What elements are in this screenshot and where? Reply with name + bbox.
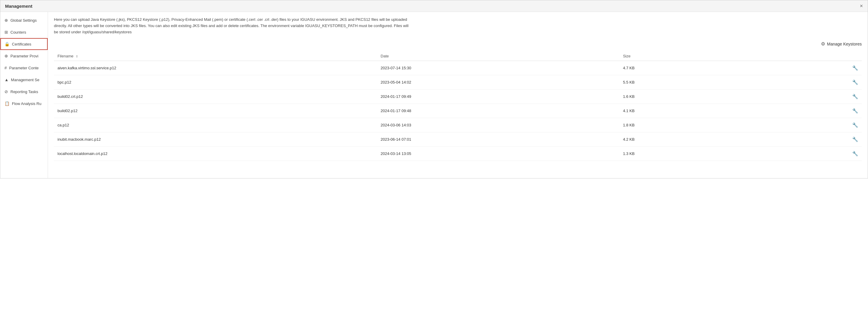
cell-size: 4.1 KB [619,104,781,118]
certificates-icon: 🔒 [4,42,9,46]
sidebar-item-global-settings[interactable]: ⊕ Global Settings [0,14,48,26]
sort-icon: ⇕ [76,55,78,58]
col-header-filename: Filename ⇕ [54,51,377,61]
sidebar-item-management-se[interactable]: ▲ Management Se [0,74,48,86]
sidebar-item-label: Counters [10,30,26,35]
cell-action: 🔧 [781,89,862,104]
sidebar-item-label: Reporting Tasks [10,89,38,94]
dialog-title: Management [5,4,32,9]
cell-filename: ca.p12 [54,118,377,132]
description-text: Here you can upload Java Keystore (.jks)… [54,17,411,35]
parameter-conte-icon: # [4,65,7,70]
close-button[interactable]: × [860,3,863,9]
wrench-button[interactable]: 🔧 [852,94,858,99]
sidebar-item-parameter-conte[interactable]: # Parameter Conte [0,62,48,74]
table-row: inubit.macbook.marc.p12 2023-06-14 07:01… [54,132,862,147]
gear-icon: ⚙ [821,41,825,47]
table-row: aiven.kafka.virtimo.ssl.service.p12 2023… [54,61,862,75]
cell-date: 2024-01-17 09:49 [377,89,620,104]
cell-date: 2024-03-14 13:05 [377,147,620,161]
table-row: localhost.localdomain.crt.p12 2024-03-14… [54,147,862,161]
manage-keystores-label: Manage Keystores [827,42,862,46]
cell-filename: bpc.p12 [54,75,377,89]
col-header-size: Size [619,51,781,61]
col-header-date: Date [377,51,620,61]
sidebar-item-reporting-tasks[interactable]: ⊘ Reporting Tasks [0,86,48,98]
cell-action: 🔧 [781,75,862,89]
wrench-button[interactable]: 🔧 [852,151,858,156]
sidebar-item-label: Management Se [11,78,39,82]
cell-date: 2023-07-14 15:30 [377,61,620,75]
counters-icon: ⊞ [4,30,8,35]
cell-filename: build02.p12 [54,104,377,118]
sidebar-item-counters[interactable]: ⊞ Counters [0,26,48,38]
table-row: build02.p12 2024-01-17 09:48 4.1 KB 🔧 [54,104,862,118]
parameter-provi-icon: ⊕ [4,53,8,58]
cell-action: 🔧 [781,61,862,75]
certificates-table: Filename ⇕ Date Size aiven.kafka.virtimo… [54,51,862,161]
sidebar-item-flow-analysis-ru[interactable]: 📋 Flow Analysis Ru [0,98,48,109]
cell-date: 2024-01-17 09:48 [377,104,620,118]
toolbar: ⚙ Manage Keystores [54,41,862,47]
global-settings-icon: ⊕ [4,18,8,23]
sidebar-item-label: Flow Analysis Ru [12,101,41,106]
cell-filename: build02.crt.p12 [54,89,377,104]
reporting-tasks-icon: ⊘ [4,89,8,94]
management-dialog: Management × ⊕ Global Settings ⊞ Counter… [0,0,868,178]
cell-size: 5.5 KB [619,75,781,89]
table-row: bpc.p12 2023-05-04 14:02 5.5 KB 🔧 [54,75,862,89]
wrench-button[interactable]: 🔧 [852,79,858,85]
dialog-header: Management × [0,0,868,12]
table-header-row: Filename ⇕ Date Size [54,51,862,61]
cell-filename: localhost.localdomain.crt.p12 [54,147,377,161]
flow-analysis-ru-icon: 📋 [4,101,9,106]
cell-filename: inubit.macbook.marc.p12 [54,132,377,147]
sidebar-item-label: Global Settings [10,18,37,23]
table-row: ca.p12 2024-03-06 14:03 1.8 KB 🔧 [54,118,862,132]
table-row: build02.crt.p12 2024-01-17 09:49 1.6 KB … [54,89,862,104]
cell-size: 1.3 KB [619,147,781,161]
wrench-button[interactable]: 🔧 [852,108,858,114]
cell-date: 2024-03-06 14:03 [377,118,620,132]
dialog-body: ⊕ Global Settings ⊞ Counters 🔒 Certifica… [0,12,868,178]
cell-action: 🔧 [781,132,862,147]
sidebar-item-label: Certificates [12,42,31,46]
cell-size: 4.2 KB [619,132,781,147]
cell-filename: aiven.kafka.virtimo.ssl.service.p12 [54,61,377,75]
cell-action: 🔧 [781,104,862,118]
manage-keystores-button[interactable]: ⚙ Manage Keystores [821,41,862,47]
cell-size: 4.7 KB [619,61,781,75]
sidebar-item-parameter-provi[interactable]: ⊕ Parameter Provi [0,50,48,62]
wrench-button[interactable]: 🔧 [852,65,858,71]
cell-date: 2023-05-04 14:02 [377,75,620,89]
sidebar-item-label: Parameter Conte [9,66,39,70]
sidebar-item-label: Parameter Provi [10,54,38,58]
management-se-icon: ▲ [4,77,9,82]
cell-action: 🔧 [781,147,862,161]
main-content: Here you can upload Java Keystore (.jks)… [48,12,868,178]
cell-action: 🔧 [781,118,862,132]
col-header-action [781,51,862,61]
table-body: aiven.kafka.virtimo.ssl.service.p12 2023… [54,61,862,161]
wrench-button[interactable]: 🔧 [852,137,858,142]
cell-date: 2023-06-14 07:01 [377,132,620,147]
wrench-button[interactable]: 🔧 [852,122,858,128]
cell-size: 1.6 KB [619,89,781,104]
sidebar-item-certificates[interactable]: 🔒 Certificates [0,38,48,50]
sidebar: ⊕ Global Settings ⊞ Counters 🔒 Certifica… [0,12,48,178]
cell-size: 1.8 KB [619,118,781,132]
